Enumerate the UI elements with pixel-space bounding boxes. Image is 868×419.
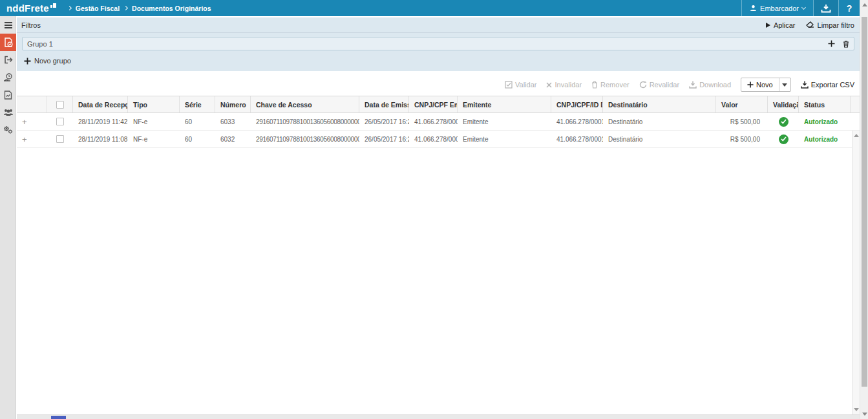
help-button[interactable]: ? [839, 0, 860, 16]
invalidate-button[interactable]: Invalidar [546, 81, 582, 89]
header-numero[interactable]: Número [215, 96, 251, 113]
trash-icon [591, 81, 598, 89]
row-checkbox[interactable] [56, 135, 64, 143]
sidebar-menu-toggle[interactable] [0, 16, 16, 34]
clear-filter-label: Limpar filtro [818, 21, 854, 29]
cell-cnpj-destinatario: 41.066.278/0001-49 [551, 131, 603, 147]
table-row[interactable]: + 28/11/2019 11:08 NF-e 60 6032 29160711… [17, 131, 860, 148]
user-menu-button[interactable]: Embarcador [742, 0, 813, 16]
export-csv-button[interactable]: Exportar CSV [801, 81, 854, 89]
scroll-up-icon[interactable] [862, 3, 867, 6]
delete-group-icon[interactable] [843, 40, 849, 48]
sidebar-item-usuarios[interactable] [0, 103, 16, 121]
sign-out-icon [4, 56, 13, 64]
downloads-button[interactable] [814, 0, 838, 16]
topbar-actions: Embarcador ? [741, 0, 860, 16]
document-chart-icon [4, 91, 12, 100]
cell-emitente: Emitente [458, 113, 551, 130]
chevron-down-icon [801, 5, 806, 9]
refresh-icon [639, 81, 647, 89]
new-document-button[interactable]: Novo [741, 78, 779, 91]
validate-button[interactable]: Validar [505, 81, 536, 89]
sidebar [0, 16, 16, 419]
header-valor[interactable]: Valor [716, 96, 768, 113]
horizontal-scrollbar[interactable] [17, 414, 860, 419]
user-icon [750, 5, 757, 12]
select-all-checkbox[interactable] [56, 101, 64, 109]
remove-button[interactable]: Remover [591, 81, 630, 89]
header-data-emissao[interactable]: Data de Emissão [359, 96, 409, 113]
logo-mark-icon [50, 3, 56, 9]
cell-status: Autorizado [799, 113, 851, 130]
breadcrumb-item-gestao-fiscal[interactable]: Gestão Fiscal [76, 5, 120, 12]
header-serie[interactable]: Série [180, 96, 215, 113]
filter-group-panel[interactable]: Grupo 1 [22, 37, 854, 50]
table-row[interactable]: + 28/11/2019 11:42 NF-e 60 6033 29160711… [17, 113, 860, 131]
clear-filter-button[interactable]: Limpar filtro [806, 21, 854, 29]
status-badge: Autorizado [804, 136, 838, 143]
revalidate-label: Revalidar [650, 81, 679, 89]
cell-valor: R$ 500,00 [716, 131, 768, 147]
header-chave-de-acesso[interactable]: Chave de Acesso [251, 96, 359, 113]
download-button[interactable]: Download [689, 81, 731, 89]
cell-data-emissao: 26/05/2017 16:20 [359, 113, 409, 130]
validation-ok-icon [779, 134, 789, 144]
horizontal-scrollbar-thumb[interactable] [51, 416, 66, 419]
expand-row-button[interactable]: + [22, 135, 27, 144]
cell-data-emissao: 26/05/2017 16:20 [359, 131, 409, 147]
status-badge: Autorizado [804, 118, 838, 125]
scroll-down-icon[interactable] [854, 408, 859, 411]
users-group-icon [3, 108, 14, 116]
new-document-label: Novo [756, 81, 773, 89]
filter-group-actions [828, 40, 849, 48]
sidebar-item-documentos-fiscais[interactable] [0, 34, 16, 51]
cell-chave-de-acesso: 2916071109788100136056008000000660400... [256, 136, 359, 143]
header-data-recepcao[interactable]: Data de Recepção ↓ [73, 96, 128, 113]
download-icon [689, 81, 697, 89]
breadcrumb-separator-icon [123, 6, 128, 10]
cell-destinatario: Destinatário [603, 131, 716, 147]
expand-row-button[interactable]: + [22, 118, 27, 126]
new-document-split-button: Novo [741, 78, 791, 92]
sidebar-item-recepcao[interactable] [0, 69, 16, 86]
cell-tipo: NF-e [128, 131, 180, 147]
scroll-down-icon[interactable] [862, 413, 867, 416]
cell-cnpj-emitente: 41.066.278/0001-49 [409, 131, 458, 147]
header-cnpj-destinatario[interactable]: CNPJ/CPF/ID Destin... [551, 96, 603, 113]
sidebar-item-configuracoes[interactable] [0, 121, 16, 138]
apply-filter-button[interactable]: Aplicar [766, 21, 796, 29]
header-cnpj-emitente[interactable]: CNPJ/CPF Emitente [409, 96, 458, 113]
grid-vertical-scrollbar[interactable] [852, 131, 860, 414]
scroll-up-icon[interactable] [854, 134, 859, 137]
cell-cnpj-destinatario: 41.066.278/0001-49 [551, 113, 603, 130]
breadcrumb-separator-icon [67, 6, 72, 10]
app-logo: nddFrete [0, 3, 56, 14]
breadcrumb: Gestão Fiscal Documentos Originários [68, 5, 211, 12]
cell-emitente: Emitente [458, 131, 551, 147]
header-emitente[interactable]: Emitente [458, 96, 551, 113]
new-group-button[interactable]: Novo grupo [24, 57, 860, 65]
header-validacao[interactable]: Validação [768, 96, 799, 113]
revalidate-button[interactable]: Revalidar [639, 81, 679, 89]
plus-icon [24, 58, 31, 65]
row-checkbox[interactable] [56, 118, 64, 125]
app-window: nddFrete Gestão Fiscal Documentos Origin… [0, 0, 868, 419]
new-document-dropdown-button[interactable] [779, 78, 790, 91]
header-destinatario[interactable]: Destinatário [603, 96, 716, 113]
header-tipo[interactable]: Tipo [128, 96, 180, 113]
check-square-icon [505, 81, 513, 89]
play-icon [766, 23, 770, 28]
page-scrollbar-thumb[interactable] [862, 17, 867, 387]
cell-serie: 60 [180, 131, 215, 147]
filter-group-name: Grupo 1 [27, 40, 53, 48]
sidebar-item-sair[interactable] [0, 51, 16, 69]
sidebar-item-relatorios[interactable] [0, 86, 16, 103]
header-data-recepcao-label: Data de Recepção [78, 101, 128, 109]
grid-header-row: Data de Recepção ↓ Tipo Série Número Cha… [17, 96, 860, 113]
caret-down-icon [782, 83, 787, 87]
cell-data-recepcao: 28/11/2019 11:08 [73, 131, 128, 147]
breadcrumb-item-documentos-originarios[interactable]: Documentos Originários [132, 5, 211, 12]
header-status[interactable]: Status [799, 96, 851, 113]
page-vertical-scrollbar[interactable] [860, 0, 868, 419]
add-filter-icon[interactable] [828, 40, 835, 47]
